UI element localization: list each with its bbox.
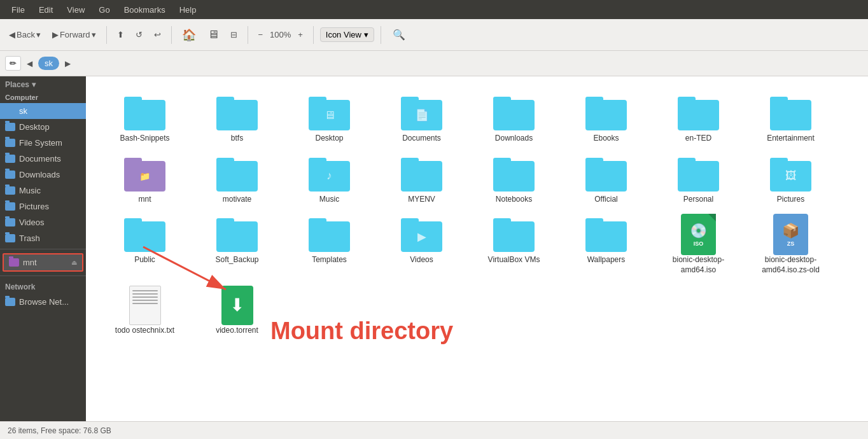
txt-icon-container xyxy=(127,288,162,323)
eject-icon[interactable]: ⏏ xyxy=(71,259,77,266)
places-expand-icon[interactable]: ▾ xyxy=(32,80,36,89)
sidebar-item-filesystem[interactable]: File System xyxy=(0,135,86,151)
file-name: bionic-desktop-amd64.iso xyxy=(657,255,739,275)
file-item-soft-backup[interactable]: Soft_Backup xyxy=(191,211,283,281)
file-item-video-torrent[interactable]: ⬇ video.torrent xyxy=(191,281,283,342)
file-item-desktop[interactable]: 🖥 Desktop xyxy=(283,89,375,150)
home-button[interactable]: 🏠 xyxy=(178,25,200,45)
file-name: Notebooks xyxy=(496,195,532,205)
search-button[interactable]: 🔍 xyxy=(388,26,410,43)
file-item-btfs[interactable]: btfs xyxy=(191,89,283,150)
folder-icon: 📁 xyxy=(124,157,165,192)
path-back-button[interactable]: ◀ xyxy=(24,57,36,70)
sidebar-item-videos[interactable]: Videos xyxy=(0,214,86,230)
sidebar-item-documents[interactable]: Documents xyxy=(0,151,86,167)
path-edit-button[interactable]: ✏ xyxy=(5,56,21,71)
file-item-pictures[interactable]: 🖼 Pictures xyxy=(745,150,837,211)
file-item-documents[interactable]: 📄 Documents xyxy=(375,89,468,150)
main-layout: Places ▾ Computer sk Desktop File System… xyxy=(0,76,868,421)
computer-button[interactable]: 🖥 xyxy=(204,25,223,44)
menu-edit[interactable]: Edit xyxy=(32,3,59,17)
file-name: Bash-Snippets xyxy=(120,134,169,144)
menu-help[interactable]: Help xyxy=(173,3,203,17)
file-item-todo-txt[interactable]: todo ostechnix.txt xyxy=(99,281,191,342)
folder-icon xyxy=(493,157,535,192)
sidebar-item-music[interactable]: Music xyxy=(0,183,86,199)
sidebar-item-desktop[interactable]: Desktop xyxy=(0,119,86,135)
menu-go[interactable]: Go xyxy=(92,3,116,17)
file-item-myenv[interactable]: MYENV xyxy=(375,150,468,211)
separator-3 xyxy=(248,26,248,44)
minimize-icon: ⊟ xyxy=(230,30,237,39)
toolbar: ◀ Back ▾ ▶ Forward ▾ ⬆ ↺ ↩ 🏠 🖥 ⊟ − 100% … xyxy=(0,19,868,51)
sidebar-item-trash[interactable]: Trash xyxy=(0,230,86,246)
file-name: todo ostechnix.txt xyxy=(115,326,174,336)
zoom-section: − 100% + xyxy=(255,27,307,42)
back-button[interactable]: ◀ Back ▾ xyxy=(5,27,45,42)
zoom-out-button[interactable]: − xyxy=(255,27,267,42)
sidebar-item-pictures[interactable]: Pictures xyxy=(0,199,86,214)
path-forward-button[interactable]: ▶ xyxy=(62,57,74,70)
menu-bookmarks[interactable]: Bookmarks xyxy=(118,3,172,17)
folder-icon xyxy=(585,157,627,192)
file-name: Wallpapers xyxy=(587,255,626,265)
sidebar-item-downloads[interactable]: Downloads xyxy=(0,167,86,183)
folder-icon xyxy=(770,95,811,130)
folder-icon xyxy=(124,217,165,252)
file-item-virtualbox[interactable]: VirtualBox VMs xyxy=(468,211,560,281)
file-item-bionic-zs[interactable]: 📦 ZS bionic-desktop-amd64.iso.zs-old xyxy=(745,211,837,281)
undo-button[interactable]: ↩ xyxy=(150,27,165,42)
file-item-entertainment[interactable]: Entertainment xyxy=(745,89,837,150)
up-button[interactable]: ⬆ xyxy=(113,27,128,42)
menu-file[interactable]: File xyxy=(5,3,31,17)
reload-button[interactable]: ↺ xyxy=(132,27,146,42)
sidebar-item-computer[interactable]: Computer xyxy=(0,92,86,103)
undo-icon: ↩ xyxy=(154,30,161,39)
file-name: Personal xyxy=(683,195,713,205)
documents-folder-icon xyxy=(5,155,15,163)
file-item-videos[interactable]: ▶ Videos xyxy=(375,211,468,281)
pencil-icon: ✏ xyxy=(10,59,17,68)
documents-label: Documents xyxy=(19,154,61,164)
forward-arrow-icon: ▶ xyxy=(52,30,59,39)
file-item-ebooks[interactable]: Ebooks xyxy=(560,89,652,150)
folder-icon: ▶ xyxy=(401,217,442,252)
file-item-en-ted[interactable]: en-TED xyxy=(652,89,745,150)
menu-view[interactable]: View xyxy=(60,3,91,17)
folder-icon xyxy=(585,217,627,252)
view-label: Icon View xyxy=(326,30,361,39)
path-crumb-item[interactable]: sk xyxy=(38,57,59,70)
zoom-level: 100% xyxy=(269,30,291,39)
folder-icon xyxy=(216,157,258,192)
desktop-folder-icon xyxy=(5,123,15,131)
view-selector[interactable]: Icon View ▾ xyxy=(320,27,374,42)
sidebar-item-browsenet[interactable]: Browse Net... xyxy=(0,294,86,310)
filesystem-folder-icon xyxy=(5,139,15,147)
trash-label: Trash xyxy=(19,233,40,243)
file-item-mnt[interactable]: 📁 mnt xyxy=(99,150,191,211)
file-item-music[interactable]: ♪ Music xyxy=(283,150,375,211)
file-item-public[interactable]: Public xyxy=(99,211,191,281)
back-arrow-icon: ◀ xyxy=(9,30,15,39)
zs-icon: 📦 ZS xyxy=(773,217,808,252)
minimize-button[interactable]: ⊟ xyxy=(227,27,241,42)
file-item-personal[interactable]: Personal xyxy=(652,150,745,211)
file-item-wallpapers[interactable]: Wallpapers xyxy=(560,211,652,281)
folder-icon xyxy=(124,95,165,130)
file-item-bionic-iso[interactable]: 💿 ISO bionic-desktop-amd64.iso xyxy=(652,211,745,281)
file-item-official[interactable]: Official xyxy=(560,150,652,211)
file-item-motivate[interactable]: motivate xyxy=(191,150,283,211)
file-item-downloads[interactable]: Downloads xyxy=(468,89,560,150)
forward-button[interactable]: ▶ Forward ▾ xyxy=(48,27,100,42)
sidebar: Places ▾ Computer sk Desktop File System… xyxy=(0,76,86,421)
file-item-bash-snippets[interactable]: Bash-Snippets xyxy=(99,89,191,150)
separator-5 xyxy=(381,26,381,44)
folder-icon xyxy=(585,95,627,130)
filesystem-label: File System xyxy=(19,138,62,148)
folder-icon xyxy=(216,217,258,252)
sidebar-item-sk[interactable]: sk xyxy=(0,103,86,119)
zoom-in-button[interactable]: + xyxy=(294,27,307,42)
sidebar-item-mnt[interactable]: mnt ⏏ xyxy=(3,253,83,272)
file-item-notebooks[interactable]: Notebooks xyxy=(468,150,560,211)
file-item-templates[interactable]: Templates xyxy=(283,211,375,281)
